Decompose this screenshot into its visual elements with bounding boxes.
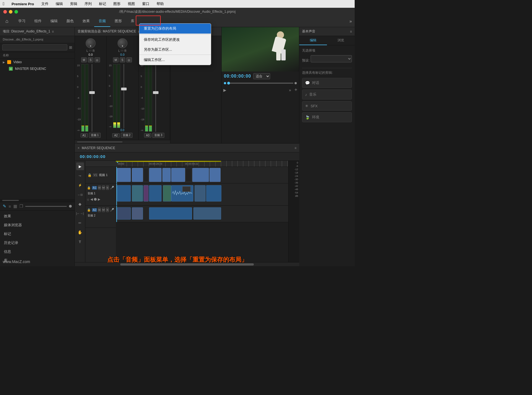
preview-fit-select[interactable]: 适合 100% 75% 50% [253,73,270,79]
a1-right-btn[interactable]: ▶ [98,197,100,201]
text-tool-button[interactable]: T [76,238,84,246]
audio-type-dialog-button[interactable]: 💬 对话 [302,78,352,88]
tab-graphics[interactable]: 图形 [110,16,126,27]
audio-clip-a2-4[interactable] [193,207,221,220]
tab-color[interactable]: 颜色 [62,16,78,27]
sidebar-link-markers[interactable]: 标记 [0,230,75,238]
sidebar-link-media-browser[interactable]: 媒体浏览器 [0,221,75,230]
video-clip-3[interactable] [149,168,162,182]
list-view-icon[interactable]: ≡ [9,204,11,209]
playhead-position[interactable] [227,82,230,85]
a1-solo-btn[interactable]: S [106,185,109,190]
tab-effects[interactable]: 效果 [78,16,94,27]
more-controls-icon[interactable]: » [289,88,291,92]
timeline-close-button[interactable]: × [78,146,80,150]
video-clip-6[interactable] [192,168,209,182]
project-item-video[interactable]: ▶ Video [0,59,75,65]
tab-learn[interactable]: 学习 [14,16,30,27]
select-tool-button[interactable]: ▶ [76,162,84,170]
video-clip-1[interactable] [117,168,131,182]
timeline-ruler[interactable]: :00:00 00:00:29:23 00:00:59:22 [116,161,288,167]
essential-sound-menu-icon[interactable]: ≡ [350,30,352,34]
channel-2-mute-button[interactable]: M [113,57,119,62]
a1-keyframe-icon[interactable]: ◇ [87,198,89,201]
tab-library[interactable]: 库 [126,16,139,27]
project-search-icon[interactable]: ⊞ [69,45,72,50]
fader-thumb-3[interactable] [153,91,158,94]
menu-marker[interactable]: 标记 [98,1,107,7]
a1-left-btn[interactable]: ◀ [90,197,93,201]
fader-thumb[interactable] [89,91,95,94]
menu-help[interactable]: 帮助 [155,1,165,7]
audio-clip-a1-1[interactable] [117,185,131,202]
channel-2-solo-button[interactable]: S [120,57,125,62]
thumbnail-size-knob[interactable] [69,205,72,208]
audio-type-ambient-button[interactable]: 🍃 环境 [302,112,352,122]
audio-type-music-button[interactable]: ♪ 音乐 [302,90,352,100]
new-item-icon[interactable]: ✎ [3,204,6,209]
video-clip-2[interactable] [132,168,143,182]
rolling-edit-tool-button[interactable]: ↔⊟ [76,191,84,198]
tab-assembly[interactable]: 组件 [30,16,46,27]
audio-clip-a1-4[interactable] [149,185,162,202]
play-button[interactable]: ▶ [223,88,226,92]
fader-thumb-2[interactable] [121,88,127,90]
audio-clip-a2-3[interactable] [149,207,192,220]
channel-2-knob[interactable] [117,38,127,48]
channel-1-knob[interactable] [86,38,96,48]
a1-lock-icon[interactable]: 🔒 [87,186,91,190]
razor-tool-button[interactable]: ◆ [76,200,84,208]
track-select-tool-button[interactable]: ↪ [76,172,84,180]
add-clip-icon[interactable]: + [294,87,297,93]
a1-sync-btn[interactable]: ⊟ [98,185,101,190]
channel-1-mute-button[interactable]: M [81,57,87,62]
channel-1-solo-button[interactable]: S [88,57,93,62]
channel-1-fader-handle[interactable] [89,64,95,132]
minimize-window-button[interactable] [9,10,12,14]
menu-graphic[interactable]: 图形 [112,1,122,7]
sidebar-link-effects[interactable]: 效果 [0,212,75,221]
project-item-sequence[interactable]: ⚌ MASTER SEQUENC [0,65,75,72]
a2-solo-btn[interactable]: S [106,208,109,212]
audio-clip-a2-1[interactable] [117,207,131,220]
preset-dropdown[interactable] [311,55,352,62]
channel-2-record-button[interactable]: ◎ [126,57,132,62]
video-clip-4[interactable] [162,168,171,182]
timeline-menu-icon[interactable]: ≡ [295,146,296,150]
audio-clip-a1-7[interactable] [195,185,206,202]
a1-mic-icon[interactable]: 🎤 [110,186,114,190]
slip-tool-button[interactable]: |←→| [76,210,84,217]
es-tab-browse[interactable]: 浏览 [327,36,355,45]
workspace-context-menu[interactable]: 重置为已保存的布局 保存对此工作区的更改 另存为新工作区... 编辑工作区... [139,23,211,65]
menu-clip[interactable]: 剪辑 [69,1,78,7]
context-menu-item-save-changes[interactable]: 保存对此工作区的更改 [139,35,211,45]
audio-clip-a2-2[interactable] [132,207,143,220]
apple-logo-icon[interactable]:  [3,1,4,6]
track-lock-icon[interactable]: 🔒 [88,173,92,177]
close-window-button[interactable] [3,10,7,14]
audio-mixer-scrollbar[interactable] [77,141,122,142]
sidebar-link-info[interactable]: 信息 [0,247,75,256]
menu-window[interactable]: 窗口 [141,1,150,7]
menu-edit[interactable]: 编辑 [55,1,64,7]
tab-audio[interactable]: 音频 [94,16,110,27]
audio-clip-a1-3[interactable] [144,185,149,202]
channel-2-fader-handle[interactable] [121,64,127,128]
channel-1-record-button[interactable]: ◎ [94,57,100,62]
audio-clip-a1-8[interactable] [206,185,221,202]
project-scrollbar[interactable] [2,200,19,201]
context-menu-item-edit-workspace[interactable]: 编辑工作区... [139,55,211,65]
duplicate-icon[interactable]: ❐ [19,204,23,209]
es-tab-edit[interactable]: 编辑 [299,36,327,45]
thumbnail-size-slider[interactable] [25,206,67,207]
app-name[interactable]: Premiere Pro [11,1,35,7]
preview-progress-track[interactable] [227,83,293,84]
home-button[interactable]: ⌂ [0,18,14,24]
project-search-input[interactable] [2,44,67,50]
a2-lock-icon[interactable]: 🔒 [87,208,91,212]
nav-more-button[interactable]: » [347,19,355,24]
ripple-edit-tool-button[interactable]: ⚡ [76,181,84,189]
tab-edit[interactable]: 编辑 [46,16,62,27]
menu-file[interactable]: 文件 [40,1,50,7]
video-clip-7[interactable] [209,168,221,182]
